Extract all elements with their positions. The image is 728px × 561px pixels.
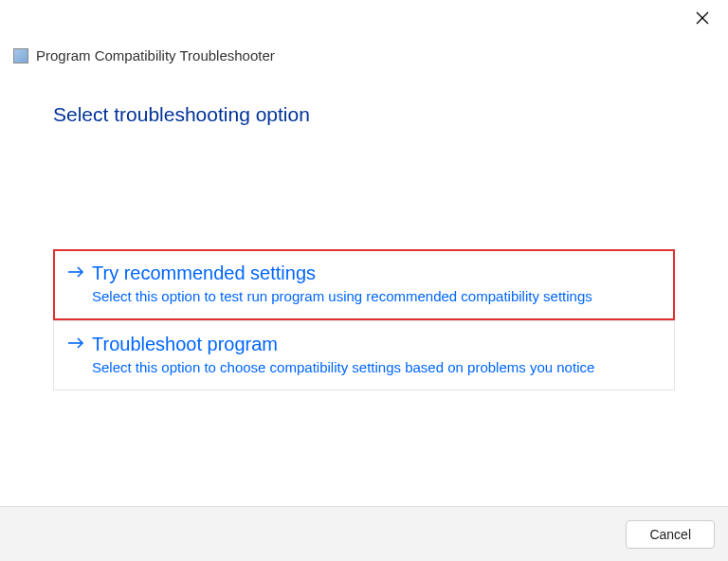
option-text: Troubleshoot program Select this option … xyxy=(92,331,661,379)
app-icon xyxy=(13,48,28,63)
arrow-right-icon xyxy=(67,265,84,282)
title-bar xyxy=(0,0,728,38)
option-text: Try recommended settings Select this opt… xyxy=(92,260,661,308)
footer-bar: Cancel xyxy=(0,506,728,561)
app-title: Program Compatibility Troubleshooter xyxy=(36,47,275,63)
header-row: Program Compatibility Troubleshooter xyxy=(0,38,728,63)
page-heading: Select troubleshooting option xyxy=(53,103,675,126)
content-area: Select troubleshooting option Try recomm… xyxy=(0,63,728,506)
option-description: Select this option to test run program u… xyxy=(92,286,661,308)
option-try-recommended[interactable]: Try recommended settings Select this opt… xyxy=(53,249,675,320)
option-troubleshoot-program[interactable]: Troubleshoot program Select this option … xyxy=(53,320,675,391)
close-button[interactable] xyxy=(692,9,713,30)
close-icon xyxy=(696,11,709,28)
option-title: Troubleshoot program xyxy=(92,331,661,357)
troubleshooter-window: Program Compatibility Troubleshooter Sel… xyxy=(0,0,728,561)
option-title: Try recommended settings xyxy=(92,260,661,286)
arrow-right-icon xyxy=(67,336,84,353)
option-description: Select this option to choose compatibili… xyxy=(92,357,661,379)
cancel-button[interactable]: Cancel xyxy=(626,520,715,549)
